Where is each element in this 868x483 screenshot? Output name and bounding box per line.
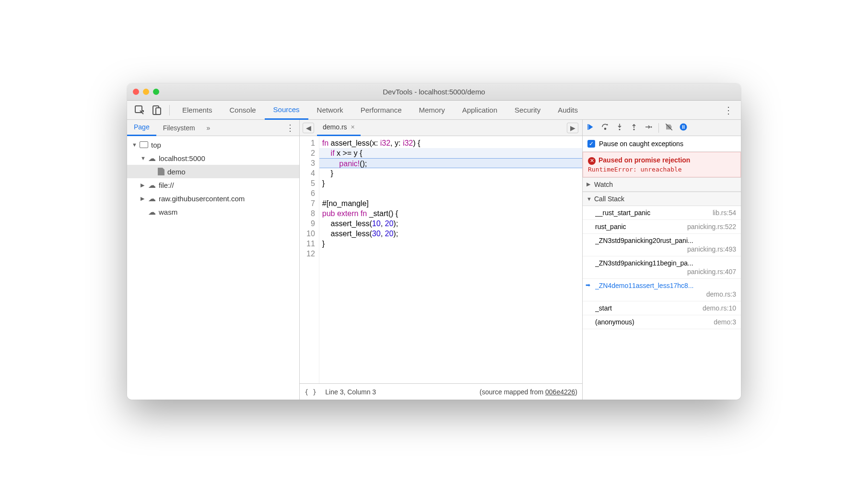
frame-location[interactable]: demo:3	[714, 318, 736, 326]
frame-function: (anonymous)	[595, 318, 634, 326]
stack-frame[interactable]: _ZN3std9panicking11begin_pa...panicking.…	[583, 256, 741, 279]
code-line[interactable]: pub extern fn _start() {	[319, 208, 582, 218]
navigator-menu-icon[interactable]: ⋮	[281, 123, 299, 133]
tab-elements[interactable]: Elements	[174, 101, 221, 120]
debugger-toolbar	[583, 120, 741, 136]
stack-frame[interactable]: _ZN3std9panicking20rust_pani...panicking…	[583, 234, 741, 256]
tree-item[interactable]: ▼☁localhost:5000	[127, 151, 299, 165]
code-line[interactable]: }	[319, 239, 582, 249]
tree-item[interactable]: ▶☁raw.githubusercontent.com	[127, 192, 299, 205]
close-window-button[interactable]	[133, 89, 139, 95]
cloud-icon: ☁	[148, 207, 156, 217]
tree-item[interactable]: ☁wasm	[127, 205, 299, 218]
pause-caught-label: Pause on caught exceptions	[599, 140, 683, 148]
editor-pane: ◀ demo.rs × ▶ 123456789101112 fn assert_…	[300, 120, 583, 400]
code-line[interactable]: panic!();	[319, 158, 582, 168]
tree-item[interactable]: ▶☁file://	[127, 178, 299, 192]
resume-icon[interactable]	[586, 123, 595, 133]
navigator-tabs: PageFilesystem » ⋮	[127, 120, 299, 136]
file-tabbar: ◀ demo.rs × ▶	[300, 120, 582, 136]
stack-frame[interactable]: (anonymous)demo:3	[583, 315, 741, 329]
tab-memory[interactable]: Memory	[411, 101, 454, 120]
main-toolbar: ElementsConsoleSourcesNetworkPerformance…	[127, 101, 741, 120]
code-line[interactable]: }	[319, 168, 582, 178]
tab-audits[interactable]: Audits	[549, 101, 586, 120]
window-title: DevTools - localhost:5000/demo	[127, 88, 741, 96]
tree-label: localhost:5000	[159, 154, 205, 162]
code-editor[interactable]: 123456789101112 fn assert_less(x: i32, y…	[300, 136, 582, 383]
tree-label: wasm	[159, 208, 177, 216]
nav-forward-icon[interactable]: ▶	[567, 123, 578, 133]
tree-item[interactable]: demo	[127, 165, 299, 178]
stack-frame[interactable]: _ZN4demo11assert_less17hc8...demo.rs:3	[583, 279, 741, 301]
tab-security[interactable]: Security	[506, 101, 549, 120]
code-line[interactable]: #[no_mangle]	[319, 198, 582, 208]
pause-caught-row[interactable]: ✓ Pause on caught exceptions	[583, 136, 741, 152]
pause-exceptions-icon[interactable]	[679, 123, 688, 133]
frame-location[interactable]: lib.rs:54	[713, 209, 736, 217]
file-tab[interactable]: demo.rs ×	[317, 120, 361, 136]
code-line[interactable]: assert_less(30, 20);	[319, 229, 582, 239]
close-icon[interactable]: ×	[351, 123, 355, 131]
callstack-section-header[interactable]: ▼Call Stack	[583, 192, 741, 206]
frame-location[interactable]: demo.rs:10	[703, 304, 736, 312]
tree-label: file://	[159, 181, 174, 189]
checkbox-checked-icon[interactable]: ✓	[587, 140, 595, 148]
svg-rect-9	[682, 125, 683, 129]
tree-item[interactable]: ▼top	[127, 138, 299, 151]
step-out-icon[interactable]	[630, 123, 638, 133]
inspect-icon[interactable]	[134, 104, 145, 116]
minimize-window-button[interactable]	[143, 89, 149, 95]
file-icon	[158, 168, 164, 175]
svg-point-8	[680, 123, 687, 130]
cloud-icon: ☁	[148, 194, 156, 203]
step-icon[interactable]	[644, 123, 653, 133]
frame-location[interactable]: demo.rs:3	[706, 290, 736, 298]
step-into-icon[interactable]	[615, 123, 624, 133]
stack-frame[interactable]: _startdemo.rs:10	[583, 301, 741, 315]
source-map-link[interactable]: 006e4226	[545, 388, 575, 396]
code-line[interactable]	[319, 188, 582, 198]
tab-network[interactable]: Network	[308, 101, 352, 120]
frame-function: rust_panic	[595, 223, 626, 230]
nav-back-icon[interactable]: ◀	[303, 123, 314, 133]
tab-performance[interactable]: Performance	[352, 101, 411, 120]
code-line[interactable]	[319, 249, 582, 259]
frame-function: _start	[595, 304, 612, 312]
code-line[interactable]: assert_less(10, 20);	[319, 218, 582, 229]
svg-rect-2	[156, 108, 161, 115]
svg-point-7	[651, 126, 652, 127]
frame-location[interactable]: panicking.rs:407	[687, 268, 736, 276]
code-line[interactable]: if x >= y {	[319, 148, 582, 158]
stack-frame[interactable]: __rust_start_paniclib.rs:54	[583, 206, 741, 220]
tree-label: demo	[167, 168, 186, 176]
frame-location[interactable]: panicking.rs:522	[687, 223, 736, 230]
devtools-window: DevTools - localhost:5000/demo ElementsC…	[127, 83, 741, 400]
pretty-print-icon[interactable]: { }	[305, 388, 317, 396]
navigator-tab-filesystem[interactable]: Filesystem	[156, 120, 202, 136]
step-over-icon[interactable]	[601, 123, 610, 133]
zoom-window-button[interactable]	[153, 89, 159, 95]
device-toggle-icon[interactable]	[151, 104, 163, 116]
main-area: PageFilesystem » ⋮ ▼top▼☁localhost:5000d…	[127, 120, 741, 400]
frame-location[interactable]: panicking.rs:493	[687, 245, 736, 253]
tab-application[interactable]: Application	[454, 101, 506, 120]
stack-frame[interactable]: rust_panicpanicking.rs:522	[583, 220, 741, 234]
overflow-icon[interactable]: »	[202, 124, 215, 132]
code-line[interactable]: fn assert_less(x: i32, y: i32) {	[319, 138, 582, 148]
tab-console[interactable]: Console	[221, 101, 265, 120]
tree-label: top	[151, 141, 161, 149]
deactivate-breakpoints-icon[interactable]	[665, 123, 673, 133]
pause-reason-message: RuntimeError: unreachable	[588, 166, 736, 173]
file-tree: ▼top▼☁localhost:5000demo▶☁file://▶☁raw.g…	[127, 136, 299, 400]
file-tab-label: demo.rs	[323, 123, 347, 131]
code-line[interactable]: }	[319, 178, 582, 188]
panel-tabs: ElementsConsoleSourcesNetworkPerformance…	[174, 101, 586, 120]
tab-sources[interactable]: Sources	[265, 101, 308, 120]
navigator-tab-page[interactable]: Page	[127, 120, 156, 136]
cursor-position: Line 3, Column 3	[325, 388, 376, 396]
kebab-menu-icon[interactable]: ⋮	[720, 104, 737, 116]
svg-point-4	[605, 128, 606, 129]
watch-section-header[interactable]: ▶Watch	[583, 177, 741, 192]
svg-rect-3	[587, 124, 588, 130]
